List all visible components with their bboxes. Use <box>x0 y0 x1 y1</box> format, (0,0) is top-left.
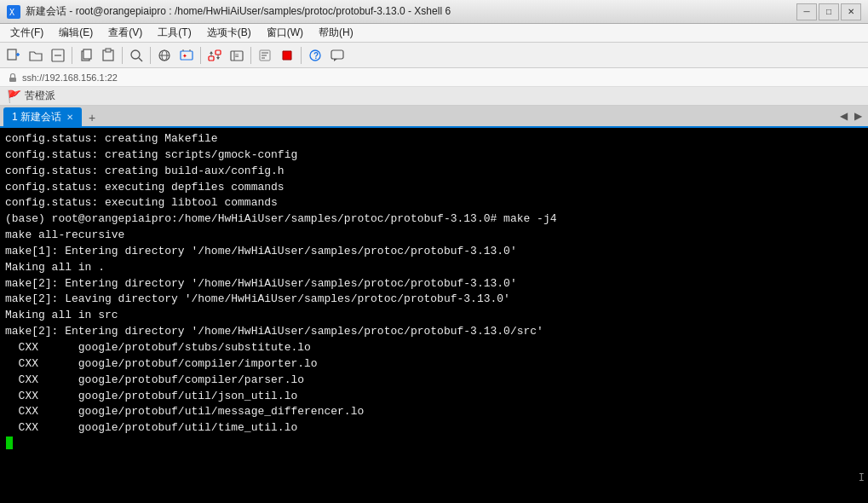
toolbar-stop-btn[interactable] <box>277 45 297 66</box>
terminal-line-4: config.status: executing libtool command… <box>5 195 863 211</box>
terminal-line-7: make[1]: Entering directory '/home/HwHiA… <box>5 244 863 260</box>
title-bar: X 新建会话 - root@orangepiaipro : /home/HwHi… <box>0 0 868 24</box>
svg-line-12 <box>139 58 142 61</box>
ssh-bar: ssh://192.168.156.1:22 <box>0 68 868 87</box>
tab-add-btn[interactable]: + <box>83 109 101 126</box>
tab-main[interactable]: 1 新建会话 ✕ <box>3 107 82 126</box>
svg-point-11 <box>131 50 140 59</box>
tab-nav-right[interactable]: ▶ <box>852 110 865 122</box>
svg-marker-25 <box>216 57 220 60</box>
terminal-line-11: Making all in src <box>5 308 863 324</box>
lock-icon <box>7 72 19 84</box>
svg-text:✦: ✦ <box>182 53 187 59</box>
session-panel: 🚩 苦橙派 <box>0 87 868 106</box>
terminal[interactable]: config.status: creating Makefile config.… <box>0 128 868 503</box>
app-icon: X <box>7 5 20 19</box>
tab-label: 1 新建会话 <box>12 110 61 124</box>
cursor-line <box>5 437 863 449</box>
toolbar-sep1 <box>72 47 72 64</box>
toolbar-sep6 <box>301 47 302 64</box>
menu-bar: 文件(F) 编辑(E) 查看(V) 工具(T) 选项卡(B) 窗口(W) 帮助(… <box>0 24 868 43</box>
svg-marker-37 <box>334 59 337 61</box>
title-bar-left: X 新建会话 - root@orangepiaipro : /home/HwHi… <box>7 4 451 19</box>
svg-rect-20 <box>209 56 214 61</box>
ssh-address: ssh://192.168.156.1:22 <box>22 72 118 83</box>
menu-window[interactable]: 窗口(W) <box>260 24 310 42</box>
terminal-line-1: config.status: creating scripts/gmock-co… <box>5 147 863 164</box>
session-icon: 🚩 <box>7 90 21 103</box>
terminal-line-18: CXX google/protobuf/util/time_util.lo <box>5 420 863 437</box>
toolbar-chat-btn[interactable] <box>327 45 348 66</box>
terminal-line-13: CXX google/protobuf/stubs/substitute.lo <box>5 340 863 356</box>
svg-rect-38 <box>9 78 16 82</box>
terminal-cursor <box>6 437 13 449</box>
terminal-line-2: config.status: creating build-aux/config… <box>5 164 863 180</box>
terminal-line-16: CXX google/protobuf/util/json_util.lo <box>5 389 863 405</box>
terminal-line-0: config.status: creating Makefile <box>5 131 863 147</box>
tab-nav: ◀ ▶ <box>837 106 865 126</box>
toolbar-btn3[interactable] <box>48 45 68 66</box>
svg-rect-8 <box>83 49 91 59</box>
minimize-button[interactable]: ─ <box>796 3 817 20</box>
toolbar-copy-btn[interactable] <box>76 45 96 66</box>
tab-bar: 1 新建会话 ✕ + ◀ ▶ <box>0 106 868 128</box>
toolbar-conn-btn[interactable] <box>154 45 175 66</box>
terminal-line-17: CXX google/protobuf/util/message_differe… <box>5 404 863 420</box>
window-controls: ─ □ ✕ <box>796 3 861 20</box>
toolbar-sep4 <box>200 47 201 64</box>
toolbar: ✦ ≡ ? <box>0 43 868 68</box>
toolbar-session-btn[interactable]: ✦ <box>176 45 197 66</box>
svg-text:?: ? <box>313 51 319 61</box>
toolbar-sep2 <box>122 47 123 64</box>
toolbar-script-btn[interactable] <box>255 45 275 66</box>
terminal-line-15: CXX google/protobuf/compiler/parser.lo <box>5 373 863 389</box>
toolbar-find-btn[interactable] <box>126 45 147 66</box>
menu-help[interactable]: 帮助(H) <box>312 24 360 42</box>
svg-rect-21 <box>216 50 221 55</box>
svg-marker-24 <box>210 51 213 54</box>
toolbar-new-btn[interactable] <box>3 45 24 66</box>
session-label: 苦橙派 <box>25 89 55 103</box>
svg-text:X: X <box>9 8 14 17</box>
terminal-line-6: make all-recursive <box>5 228 863 244</box>
close-button[interactable]: ✕ <box>841 3 861 20</box>
toolbar-transfer-btn[interactable] <box>204 45 225 66</box>
terminal-line-14: CXX google/protobuf/compiler/importer.lo <box>5 356 863 373</box>
maximize-button[interactable]: □ <box>819 3 839 20</box>
toolbar-help-btn[interactable]: ? <box>305 45 325 66</box>
menu-view[interactable]: 查看(V) <box>101 24 149 42</box>
menu-tabs[interactable]: 选项卡(B) <box>200 24 258 42</box>
menu-file[interactable]: 文件(F) <box>3 24 50 42</box>
toolbar-open-btn[interactable] <box>26 45 46 66</box>
toolbar-sep5 <box>250 47 251 64</box>
tab-close-btn[interactable]: ✕ <box>66 113 73 122</box>
window-title: 新建会话 - root@orangepiaipro : /home/HwHiAi… <box>26 4 451 19</box>
menu-tools[interactable]: 工具(T) <box>151 24 198 42</box>
menu-edit[interactable]: 编辑(E) <box>52 24 100 42</box>
terminal-line-3: config.status: executing depfiles comman… <box>5 180 863 196</box>
terminal-line-8: Making all in . <box>5 260 863 276</box>
tab-nav-left[interactable]: ◀ <box>837 110 850 122</box>
terminal-line-12: make[2]: Entering directory '/home/HwHiA… <box>5 324 863 340</box>
terminal-line-9: make[2]: Entering directory '/home/HwHiA… <box>5 276 863 292</box>
terminal-line-10: make[2]: Leaving directory '/home/HwHiAi… <box>5 292 863 308</box>
terminal-line-5: (base) root@orangepiaipro:/home/HwHiAiUs… <box>5 211 863 228</box>
toolbar-sftp-btn[interactable]: ≡ <box>227 45 247 66</box>
toolbar-paste-btn[interactable] <box>98 45 118 66</box>
svg-rect-2 <box>8 49 16 60</box>
svg-marker-33 <box>283 51 291 60</box>
scroll-indicator: I <box>859 471 865 486</box>
svg-rect-36 <box>331 50 343 59</box>
toolbar-sep3 <box>150 47 151 64</box>
svg-rect-10 <box>106 49 111 52</box>
svg-text:≡: ≡ <box>235 52 239 60</box>
